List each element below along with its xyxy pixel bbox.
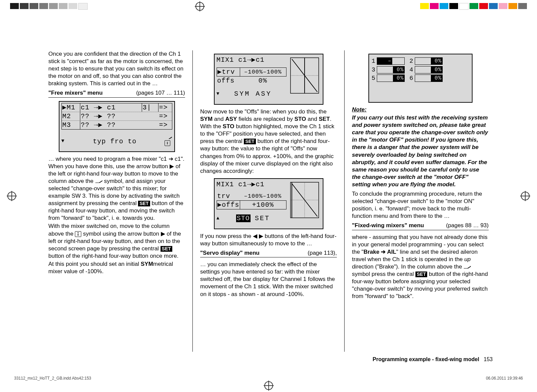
cell: 3| — [142, 103, 159, 112]
para: … where you need to program a free mixer… — [48, 155, 185, 222]
menu-label: "Free mixers" menu — [48, 90, 103, 96]
imposition-footer: 33112_mx12_HoTT_2_GB.indd Abs42:153 06.0… — [14, 376, 523, 381]
lcd-mix1-after: MIX1 c1→▶c1 trv –100%–100% ▶offs +100% ▲… — [214, 178, 323, 229]
column-3: 1 –100% 2 0% 3 0% 4 0% 5 0% 6 0% — [345, 50, 496, 352]
lcd-mix1-before: MIX1 c1→▶c1 ▶trv –100%–100% offs 0% ▼ SY… — [214, 54, 323, 105]
menu-pages: (page 113), — [308, 249, 337, 257]
servo-bar: 0% — [377, 75, 405, 82]
column-1: Once you are confident that the directio… — [41, 50, 192, 352]
para: At this point you should set an initial … — [48, 260, 185, 275]
para: Now move to the "Offs" line: when you do… — [200, 108, 337, 175]
menu-heading-servo-display: "Servo display" menu (page 113), — [200, 249, 337, 257]
set-button-icon: SET — [415, 272, 427, 277]
cell: M2 — [62, 112, 80, 120]
para: where - assuming that you have not alrea… — [352, 234, 489, 300]
print-registration-top — [0, 2, 537, 11]
para: To conclude the programming procedure, r… — [352, 190, 489, 220]
lcd-servo-display: 1 –100% 2 0% 3 0% 4 0% 5 0% 6 0% — [368, 54, 473, 103]
print-registration-bottom — [0, 381, 537, 390]
menu-pages: (pages 107 … 111) — [136, 89, 185, 97]
cell: ?? →▶ ?? — [80, 112, 142, 120]
para: If you now press the ◀ ▶ buttons of the … — [200, 233, 337, 247]
registration-mark-right — [521, 192, 530, 200]
servo-bar: 0% — [415, 75, 443, 82]
column-2: MIX1 c1→▶c1 ▶trv –100%–100% offs 0% ▼ SY… — [193, 50, 344, 352]
page: Once you are confident that the directio… — [0, 0, 537, 392]
servo-bar: 0% — [415, 66, 443, 74]
note-body: If you carry out this test with the rece… — [352, 114, 489, 188]
mixer-curve-graph — [288, 56, 321, 95]
servo-bar: –100% — [377, 57, 405, 65]
registration-mark-icon — [195, 2, 204, 11]
set-button-icon: SET — [244, 139, 256, 144]
cell: M3 — [62, 121, 80, 129]
timestamp: 06.06.2011 19:39:46 — [486, 376, 523, 381]
set-button-icon: SET — [138, 201, 150, 206]
cell: => — [159, 112, 172, 120]
kink-icon — [463, 265, 471, 268]
lcd-title: MIX1 c1→▶c1 — [217, 180, 286, 189]
color-swatches — [420, 3, 527, 10]
menu-label: "Fixed-wing mixers" menu — [352, 222, 424, 229]
cell: => — [159, 103, 172, 112]
cell: ?? →▶ ?? — [80, 121, 142, 129]
menu-label: "Servo display" menu — [200, 250, 260, 256]
arrow-down-box-icon: ↧ — [165, 140, 170, 146]
registration-mark-left — [7, 192, 16, 200]
registration-mark-icon — [264, 381, 273, 390]
lcd-title: MIX1 c1→▶c1 — [217, 56, 286, 64]
para: … you can immediately check the effect o… — [200, 261, 337, 298]
servo-bar: 0% — [377, 66, 405, 74]
menu-heading-free-mixers: "Free mixers" menu (pages 107 … 111) — [48, 89, 185, 97]
para: Once you are confident that the directio… — [48, 50, 185, 87]
cell: c1 →▶ c1 — [80, 103, 142, 112]
kink-icon — [95, 180, 102, 183]
mixer-curve-graph — [288, 180, 321, 220]
grayscale-swatches — [10, 3, 88, 10]
lcd-footer: typ fro to — [93, 137, 136, 146]
para: With the mixer switched on, move to the … — [48, 223, 185, 259]
kink-icon — [165, 136, 172, 139]
cell: ▶M1 — [62, 103, 80, 112]
arrow-down-box-icon: ↧ — [75, 231, 81, 237]
cell: => — [159, 121, 172, 129]
set-button-icon: SET — [161, 246, 172, 252]
menu-heading-fixed-wing-mixers: "Fixed-wing mixers" menu (pages 88 … 93) — [352, 222, 489, 230]
note-heading: Note: — [352, 106, 489, 113]
lcd-free-mixers: ▶M1 c1 →▶ c1 3| => M2 ?? →▶ ?? => M3 ?? … — [59, 101, 175, 152]
menu-pages: (pages 88 … 93) — [446, 222, 489, 229]
file-slug: 33112_mx12_HoTT_2_GB.indd Abs42:153 — [14, 376, 91, 381]
page-footer: Programming example - fixed-wing model 1… — [373, 356, 493, 362]
servo-bar: 0% — [415, 57, 443, 65]
